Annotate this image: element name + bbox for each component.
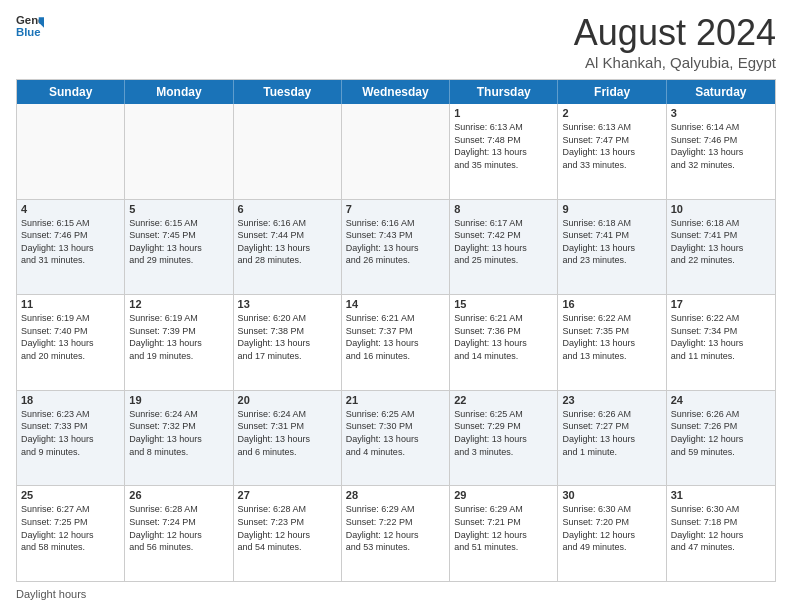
day-number-1: 1 — [454, 107, 553, 119]
calendar-row-4: 25Sunrise: 6:27 AM Sunset: 7:25 PM Dayli… — [17, 486, 775, 581]
cell-day-13: 13Sunrise: 6:20 AM Sunset: 7:38 PM Dayli… — [234, 295, 342, 390]
cell-day-6: 6Sunrise: 6:16 AM Sunset: 7:44 PM Daylig… — [234, 200, 342, 295]
cell-info-30: Sunrise: 6:30 AM Sunset: 7:20 PM Dayligh… — [562, 503, 661, 553]
footer-label: Daylight hours — [16, 588, 86, 600]
day-number-19: 19 — [129, 394, 228, 406]
cell-day-23: 23Sunrise: 6:26 AM Sunset: 7:27 PM Dayli… — [558, 391, 666, 486]
cell-info-4: Sunrise: 6:15 AM Sunset: 7:46 PM Dayligh… — [21, 217, 120, 267]
day-number-23: 23 — [562, 394, 661, 406]
cell-day-15: 15Sunrise: 6:21 AM Sunset: 7:36 PM Dayli… — [450, 295, 558, 390]
calendar-row-0: 1Sunrise: 6:13 AM Sunset: 7:48 PM Daylig… — [17, 104, 775, 200]
cell-info-17: Sunrise: 6:22 AM Sunset: 7:34 PM Dayligh… — [671, 312, 771, 362]
cell-day-26: 26Sunrise: 6:28 AM Sunset: 7:24 PM Dayli… — [125, 486, 233, 581]
empty-cell — [234, 104, 342, 199]
cell-info-15: Sunrise: 6:21 AM Sunset: 7:36 PM Dayligh… — [454, 312, 553, 362]
header-tuesday: Tuesday — [234, 80, 342, 104]
cell-day-4: 4Sunrise: 6:15 AM Sunset: 7:46 PM Daylig… — [17, 200, 125, 295]
cell-day-30: 30Sunrise: 6:30 AM Sunset: 7:20 PM Dayli… — [558, 486, 666, 581]
day-number-3: 3 — [671, 107, 771, 119]
footer: Daylight hours — [16, 588, 776, 600]
calendar-body: 1Sunrise: 6:13 AM Sunset: 7:48 PM Daylig… — [17, 104, 775, 581]
day-number-20: 20 — [238, 394, 337, 406]
month-title: August 2024 — [574, 12, 776, 54]
cell-day-7: 7Sunrise: 6:16 AM Sunset: 7:43 PM Daylig… — [342, 200, 450, 295]
empty-cell — [342, 104, 450, 199]
cell-info-1: Sunrise: 6:13 AM Sunset: 7:48 PM Dayligh… — [454, 121, 553, 171]
cell-info-13: Sunrise: 6:20 AM Sunset: 7:38 PM Dayligh… — [238, 312, 337, 362]
cell-day-5: 5Sunrise: 6:15 AM Sunset: 7:45 PM Daylig… — [125, 200, 233, 295]
cell-info-20: Sunrise: 6:24 AM Sunset: 7:31 PM Dayligh… — [238, 408, 337, 458]
calendar-row-3: 18Sunrise: 6:23 AM Sunset: 7:33 PM Dayli… — [17, 391, 775, 487]
cell-info-19: Sunrise: 6:24 AM Sunset: 7:32 PM Dayligh… — [129, 408, 228, 458]
day-number-14: 14 — [346, 298, 445, 310]
cell-info-2: Sunrise: 6:13 AM Sunset: 7:47 PM Dayligh… — [562, 121, 661, 171]
day-number-28: 28 — [346, 489, 445, 501]
day-number-26: 26 — [129, 489, 228, 501]
cell-day-24: 24Sunrise: 6:26 AM Sunset: 7:26 PM Dayli… — [667, 391, 775, 486]
page: General Blue August 2024 Al Khankah, Qal… — [0, 0, 792, 612]
cell-info-12: Sunrise: 6:19 AM Sunset: 7:39 PM Dayligh… — [129, 312, 228, 362]
day-number-22: 22 — [454, 394, 553, 406]
day-number-29: 29 — [454, 489, 553, 501]
location-title: Al Khankah, Qalyubia, Egypt — [574, 54, 776, 71]
cell-info-24: Sunrise: 6:26 AM Sunset: 7:26 PM Dayligh… — [671, 408, 771, 458]
cell-info-27: Sunrise: 6:28 AM Sunset: 7:23 PM Dayligh… — [238, 503, 337, 553]
day-number-13: 13 — [238, 298, 337, 310]
cell-day-31: 31Sunrise: 6:30 AM Sunset: 7:18 PM Dayli… — [667, 486, 775, 581]
day-number-9: 9 — [562, 203, 661, 215]
header-saturday: Saturday — [667, 80, 775, 104]
day-number-24: 24 — [671, 394, 771, 406]
cell-info-31: Sunrise: 6:30 AM Sunset: 7:18 PM Dayligh… — [671, 503, 771, 553]
day-number-10: 10 — [671, 203, 771, 215]
day-number-18: 18 — [21, 394, 120, 406]
cell-day-14: 14Sunrise: 6:21 AM Sunset: 7:37 PM Dayli… — [342, 295, 450, 390]
header-monday: Monday — [125, 80, 233, 104]
empty-cell — [17, 104, 125, 199]
day-number-16: 16 — [562, 298, 661, 310]
calendar-row-2: 11Sunrise: 6:19 AM Sunset: 7:40 PM Dayli… — [17, 295, 775, 391]
day-number-30: 30 — [562, 489, 661, 501]
empty-cell — [125, 104, 233, 199]
logo: General Blue — [16, 12, 44, 40]
header-friday: Friday — [558, 80, 666, 104]
cell-day-20: 20Sunrise: 6:24 AM Sunset: 7:31 PM Dayli… — [234, 391, 342, 486]
header-thursday: Thursday — [450, 80, 558, 104]
cell-day-18: 18Sunrise: 6:23 AM Sunset: 7:33 PM Dayli… — [17, 391, 125, 486]
cell-info-8: Sunrise: 6:17 AM Sunset: 7:42 PM Dayligh… — [454, 217, 553, 267]
day-number-15: 15 — [454, 298, 553, 310]
cell-info-6: Sunrise: 6:16 AM Sunset: 7:44 PM Dayligh… — [238, 217, 337, 267]
cell-info-5: Sunrise: 6:15 AM Sunset: 7:45 PM Dayligh… — [129, 217, 228, 267]
cell-info-26: Sunrise: 6:28 AM Sunset: 7:24 PM Dayligh… — [129, 503, 228, 553]
cell-day-12: 12Sunrise: 6:19 AM Sunset: 7:39 PM Dayli… — [125, 295, 233, 390]
cell-info-7: Sunrise: 6:16 AM Sunset: 7:43 PM Dayligh… — [346, 217, 445, 267]
day-number-11: 11 — [21, 298, 120, 310]
cell-day-9: 9Sunrise: 6:18 AM Sunset: 7:41 PM Daylig… — [558, 200, 666, 295]
cell-info-23: Sunrise: 6:26 AM Sunset: 7:27 PM Dayligh… — [562, 408, 661, 458]
cell-info-18: Sunrise: 6:23 AM Sunset: 7:33 PM Dayligh… — [21, 408, 120, 458]
cell-day-29: 29Sunrise: 6:29 AM Sunset: 7:21 PM Dayli… — [450, 486, 558, 581]
day-number-21: 21 — [346, 394, 445, 406]
cell-info-29: Sunrise: 6:29 AM Sunset: 7:21 PM Dayligh… — [454, 503, 553, 553]
day-number-6: 6 — [238, 203, 337, 215]
day-number-12: 12 — [129, 298, 228, 310]
cell-info-3: Sunrise: 6:14 AM Sunset: 7:46 PM Dayligh… — [671, 121, 771, 171]
day-number-8: 8 — [454, 203, 553, 215]
calendar-row-1: 4Sunrise: 6:15 AM Sunset: 7:46 PM Daylig… — [17, 200, 775, 296]
cell-day-11: 11Sunrise: 6:19 AM Sunset: 7:40 PM Dayli… — [17, 295, 125, 390]
cell-info-14: Sunrise: 6:21 AM Sunset: 7:37 PM Dayligh… — [346, 312, 445, 362]
day-number-25: 25 — [21, 489, 120, 501]
cell-day-25: 25Sunrise: 6:27 AM Sunset: 7:25 PM Dayli… — [17, 486, 125, 581]
cell-info-16: Sunrise: 6:22 AM Sunset: 7:35 PM Dayligh… — [562, 312, 661, 362]
day-number-31: 31 — [671, 489, 771, 501]
cell-day-2: 2Sunrise: 6:13 AM Sunset: 7:47 PM Daylig… — [558, 104, 666, 199]
day-number-17: 17 — [671, 298, 771, 310]
day-number-27: 27 — [238, 489, 337, 501]
day-number-4: 4 — [21, 203, 120, 215]
cell-day-16: 16Sunrise: 6:22 AM Sunset: 7:35 PM Dayli… — [558, 295, 666, 390]
day-number-7: 7 — [346, 203, 445, 215]
cell-day-10: 10Sunrise: 6:18 AM Sunset: 7:41 PM Dayli… — [667, 200, 775, 295]
day-number-2: 2 — [562, 107, 661, 119]
cell-info-9: Sunrise: 6:18 AM Sunset: 7:41 PM Dayligh… — [562, 217, 661, 267]
cell-info-28: Sunrise: 6:29 AM Sunset: 7:22 PM Dayligh… — [346, 503, 445, 553]
cell-info-11: Sunrise: 6:19 AM Sunset: 7:40 PM Dayligh… — [21, 312, 120, 362]
